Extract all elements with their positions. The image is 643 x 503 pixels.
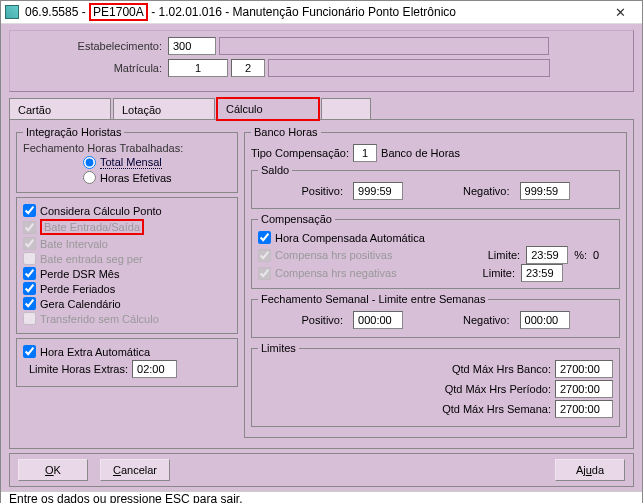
limite-extras-input[interactable]: [132, 360, 177, 378]
fs-opcoes-calculo: Considera Cálculo Ponto Bate Entrada/Saí…: [16, 197, 238, 334]
pct-value: 0: [593, 249, 613, 261]
fech-negativo-label: Negativo:: [463, 314, 509, 326]
saldo-negativo-label: Negativo:: [463, 185, 509, 197]
chk-transferido: [23, 312, 36, 325]
lim-banco-input[interactable]: [555, 360, 613, 378]
tipo-compensacao-label: Tipo Compensação:: [251, 147, 349, 159]
client-area: Estabelecimento: Matrícula: Cartão Lotaç…: [1, 24, 642, 491]
lim-semana-input[interactable]: [555, 400, 613, 418]
chk-hora-compensada-auto[interactable]: [258, 231, 271, 244]
radio-total-mensal-label: Total Mensal: [100, 156, 162, 169]
radio-horas-efetivas-label: Horas Efetivas: [100, 172, 172, 184]
tipo-compensacao-desc: Banco de Horas: [381, 147, 460, 159]
cancelar-button[interactable]: CancelarCancelar: [100, 459, 170, 481]
fs-limites-legend: Limites: [258, 342, 299, 354]
lim-banco-label: Qtd Máx Hrs Banco:: [258, 363, 551, 375]
chk-bate-entrada-seg-label: Bate entrada seg per: [40, 253, 143, 265]
fs-integracao-horistas: Integração Horistas Fechamento Horas Tra…: [16, 126, 238, 193]
saldo-negativo-input[interactable]: [520, 182, 570, 200]
chk-perde-dsr-label: Perde DSR Mês: [40, 268, 119, 280]
pct-label: %:: [574, 249, 587, 261]
fech-negativo-input[interactable]: [520, 311, 570, 329]
title-right: - 1.02.01.016 - Manutenção Funcionário P…: [151, 5, 456, 19]
ok-button[interactable]: OOKK: [18, 459, 88, 481]
chk-compensa-positivas: [258, 249, 271, 262]
chk-considera-calculo[interactable]: [23, 204, 36, 217]
window-title: 06.9.5585 - PE1700A - 1.02.01.016 - Manu…: [25, 5, 456, 19]
fechamento-label: Fechamento Horas Trabalhadas:: [23, 142, 231, 154]
tab-content-calculo: Integração Horistas Fechamento Horas Tra…: [9, 119, 634, 449]
chk-hora-extra-auto-label: Hora Extra Automática: [40, 346, 150, 358]
tipo-compensacao-input[interactable]: [353, 144, 377, 162]
lim-semana-label: Qtd Máx Hrs Semana:: [258, 403, 551, 415]
col-right: Banco Horas Tipo Compensação: Banco de H…: [244, 126, 627, 442]
tab-cartao[interactable]: Cartão: [9, 98, 111, 120]
chk-perde-feriados[interactable]: [23, 282, 36, 295]
limite-extras-label: Limite Horas Extras:: [29, 363, 128, 375]
app-icon: [5, 5, 19, 19]
limite-neg-label: Limite:: [483, 267, 515, 279]
chk-transferido-label: Transferido sem Cálculo: [40, 313, 159, 325]
chk-bate-intervalo: [23, 237, 36, 250]
chk-bate-intervalo-label: Bate Intervalo: [40, 238, 108, 250]
chk-bate-entrada-saida-label: Bate Entrada/Saída: [40, 219, 144, 235]
chk-compensa-positivas-label: Compensa hrs positivas: [275, 249, 392, 261]
fs-banco-legend: Banco Horas: [251, 126, 321, 138]
titlebar: 06.9.5585 - PE1700A - 1.02.01.016 - Manu…: [1, 1, 642, 24]
fs-fechamento-legend: Fechamento Semanal - Limite entre Semana…: [258, 293, 488, 305]
estabelecimento-desc: [219, 37, 549, 55]
limite-neg-input[interactable]: [521, 264, 563, 282]
chk-compensa-negativas-label: Compensa hrs negativas: [275, 267, 397, 279]
estabelecimento-label: Estabelecimento:: [18, 40, 168, 52]
window: 06.9.5585 - PE1700A - 1.02.01.016 - Manu…: [0, 0, 643, 503]
fs-compensacao-legend: Compensação: [258, 213, 335, 225]
tab-extra[interactable]: [321, 98, 371, 120]
matricula-desc: [268, 59, 550, 77]
chk-compensa-negativas: [258, 267, 271, 280]
matricula-input[interactable]: [168, 59, 228, 77]
fs-saldo-legend: Saldo: [258, 164, 292, 176]
tabs: Cartão Lotação Cálculo: [9, 98, 634, 120]
limite-pos-input[interactable]: [526, 246, 568, 264]
header-form: Estabelecimento: Matrícula:: [9, 30, 634, 92]
fs-hora-extra: Hora Extra Automática Limite Horas Extra…: [16, 338, 238, 387]
chk-bate-entrada-saida: [23, 221, 36, 234]
radio-horas-efetivas[interactable]: [83, 171, 96, 184]
estabelecimento-input[interactable]: [168, 37, 216, 55]
fech-positivo-input[interactable]: [353, 311, 403, 329]
ajuda-button[interactable]: AjudaAjuda: [555, 459, 625, 481]
title-code: PE1700A: [89, 3, 148, 21]
tab-calculo[interactable]: Cálculo: [217, 98, 319, 120]
fs-limites: Limites Qtd Máx Hrs Banco: Qtd Máx Hrs P…: [251, 342, 620, 427]
saldo-positivo-label: Positivo:: [301, 185, 343, 197]
fs-integracao-legend: Integração Horistas: [23, 126, 124, 138]
fs-fechamento-semanal: Fechamento Semanal - Limite entre Semana…: [251, 293, 620, 338]
radio-total-mensal[interactable]: [83, 156, 96, 169]
chk-considera-calculo-label: Considera Cálculo Ponto: [40, 205, 162, 217]
saldo-positivo-input[interactable]: [353, 182, 403, 200]
button-bar: OOKK CancelarCancelar AjudaAjuda: [9, 453, 634, 487]
chk-gera-calendario[interactable]: [23, 297, 36, 310]
chk-hora-compensada-auto-label: Hora Compensada Automática: [275, 232, 425, 244]
fs-banco-horas: Banco Horas Tipo Compensação: Banco de H…: [244, 126, 627, 438]
matricula-aux-input[interactable]: [231, 59, 265, 77]
chk-perde-dsr[interactable]: [23, 267, 36, 280]
statusbar: Entre os dados ou pressione ESC para sai…: [1, 491, 642, 503]
col-left: Integração Horistas Fechamento Horas Tra…: [16, 126, 238, 442]
title-left: 06.9.5585 -: [25, 5, 86, 19]
chk-perde-feriados-label: Perde Feriados: [40, 283, 115, 295]
chk-hora-extra-auto[interactable]: [23, 345, 36, 358]
chk-bate-entrada-seg: [23, 252, 36, 265]
fech-positivo-label: Positivo:: [301, 314, 343, 326]
close-button[interactable]: ✕: [600, 1, 640, 23]
tab-lotacao[interactable]: Lotação: [113, 98, 215, 120]
fs-saldo: Saldo Positivo: Negativo:: [251, 164, 620, 209]
status-text: Entre os dados ou pressione ESC para sai…: [9, 492, 242, 503]
matricula-label: Matrícula:: [18, 62, 168, 74]
chk-gera-calendario-label: Gera Calendário: [40, 298, 121, 310]
fs-compensacao: Compensação Hora Compensada Automática C…: [251, 213, 620, 289]
lim-periodo-input[interactable]: [555, 380, 613, 398]
limite-pos-label: Limite:: [488, 249, 520, 261]
lim-periodo-label: Qtd Máx Hrs Período:: [258, 383, 551, 395]
